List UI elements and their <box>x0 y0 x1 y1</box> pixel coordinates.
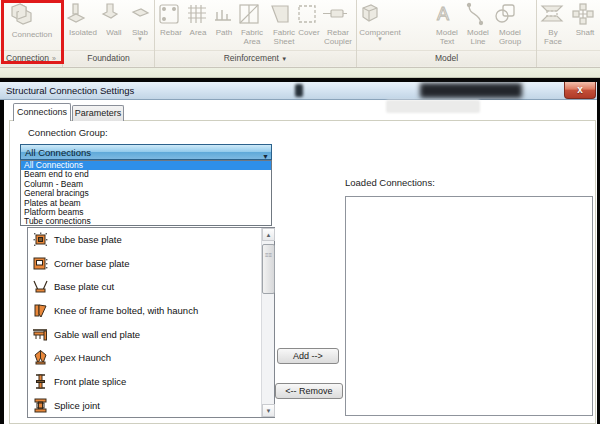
scroll-down-icon[interactable]: ▼ <box>262 404 275 417</box>
dropdown-option[interactable]: Beam end to end <box>21 170 271 179</box>
slab-dropdown-icon[interactable]: ▼ <box>127 37 153 42</box>
dropdown-option[interactable]: All Connections <box>21 161 271 170</box>
ribbon-panel-opening: By Face Shaft <box>537 0 600 67</box>
panel-label-foundation[interactable]: Foundation <box>63 50 154 66</box>
loaded-connections-label: Loaded Connections: <box>345 177 435 188</box>
list-item[interactable]: Apex Haunch <box>28 346 274 370</box>
dropdown-option[interactable]: Plates at beam <box>21 199 271 208</box>
isolated-foundation-icon <box>65 2 101 26</box>
dialog-body: Connections Parameters Connection Group:… <box>4 100 597 424</box>
scrollbar-thumb[interactable]: ≡≡ <box>262 244 275 294</box>
panel-label-model[interactable]: Model <box>357 50 536 66</box>
splice-joint-icon <box>32 397 49 414</box>
dialog-title: Structural Connection Settings <box>6 85 134 96</box>
tube-base-plate-icon <box>32 231 49 248</box>
list-item[interactable]: Splice joint <box>28 394 274 418</box>
ribbon-panel-connection: Connection Connection» <box>0 0 63 67</box>
by-face-button[interactable]: By Face <box>539 2 567 46</box>
ribbon: Connection Connection» Isolated Wa <box>0 0 600 68</box>
connection-button[interactable]: Connection <box>4 2 60 39</box>
connection-group-dropdown: All Connections Beam end to end Column -… <box>20 160 272 226</box>
component-icon <box>357 2 403 26</box>
connection-group-combobox[interactable]: All Connections ▼ <box>20 144 272 160</box>
svg-text:A: A <box>437 4 449 24</box>
dropdown-option[interactable]: Platform beams <box>21 208 271 217</box>
ribbon-panel-reinforcement: Rebar Area Path <box>155 0 357 67</box>
slab-icon <box>127 2 153 26</box>
ribbon-panel-foundation: Isolated Wall Slab ▼ Foundation <box>63 0 155 67</box>
model-text-button[interactable]: A Model Text <box>431 2 463 46</box>
list-item[interactable]: Base plate cut <box>28 275 274 299</box>
path-icon <box>211 2 237 26</box>
dropdown-option[interactable]: Tube connections <box>21 217 271 226</box>
wall-foundation-icon <box>101 2 127 26</box>
fabric-area-button[interactable]: Fabric Area <box>237 2 267 46</box>
model-line-icon <box>463 2 493 26</box>
wall-foundation-button[interactable]: Wall <box>101 2 127 37</box>
loaded-connections-list[interactable] <box>345 196 593 416</box>
panel-dropdown-icon[interactable]: ▼ <box>281 56 287 62</box>
remove-button[interactable]: <-- Remove <box>275 383 343 399</box>
redacted-smudge <box>295 84 303 97</box>
rebar-coupler-icon <box>321 2 355 26</box>
ribbon-understrip <box>0 68 600 78</box>
dropdown-option[interactable]: Column - Beam <box>21 180 271 189</box>
combobox-value: All Connections <box>25 147 91 158</box>
front-plate-splice-icon <box>32 373 49 390</box>
panel-launcher-icon[interactable]: » <box>52 55 56 62</box>
tab-parameters[interactable]: Parameters <box>72 105 124 121</box>
isolated-button[interactable]: Isolated <box>65 2 101 37</box>
add-button[interactable]: Add --> <box>277 348 339 364</box>
dropdown-option[interactable]: General bracings <box>21 189 271 198</box>
tab-connections[interactable]: Connections <box>13 103 71 121</box>
cover-button[interactable]: Cover <box>295 2 323 37</box>
connection-group-label: Connection Group: <box>28 127 108 138</box>
screenshot-root: Connection Connection» Isolated Wa <box>0 0 600 424</box>
rebar-coupler-button[interactable]: Rebar Coupler <box>321 2 355 46</box>
knee-of-frame-icon <box>32 302 49 319</box>
scroll-up-icon[interactable]: ▲ <box>262 228 275 241</box>
list-item[interactable]: Tube base plate <box>28 228 274 252</box>
component-button[interactable]: Component ▼ <box>357 2 403 42</box>
fabric-area-icon <box>237 2 267 26</box>
shaft-icon <box>571 2 599 26</box>
model-group-button[interactable]: Model Group <box>493 2 527 46</box>
model-text-icon: A <box>431 2 463 26</box>
cover-icon <box>295 2 323 26</box>
rebar-icon <box>157 2 185 26</box>
panel-label-connection[interactable]: Connection» <box>0 50 62 66</box>
redacted-smudge <box>420 83 522 98</box>
component-dropdown-icon[interactable]: ▼ <box>357 37 403 42</box>
base-plate-cut-icon <box>32 278 49 295</box>
redacted-smudge <box>386 100 480 113</box>
connection-icon <box>4 2 60 28</box>
model-line-button[interactable]: Model Line <box>463 2 493 46</box>
list-item[interactable]: Front plate splice <box>28 370 274 394</box>
corner-base-plate-icon <box>32 255 49 272</box>
gable-wall-end-plate-icon <box>32 326 49 343</box>
path-reinforcement-button[interactable]: Path <box>211 2 237 37</box>
scrollbar[interactable]: ▲ ≡≡ ▼ <box>261 228 274 417</box>
scrollbar-grip-icon: ≡≡ <box>265 253 273 257</box>
close-button[interactable]: x <box>564 82 596 99</box>
rebar-button[interactable]: Rebar <box>157 2 185 37</box>
model-group-icon <box>493 2 527 26</box>
panel-label-reinforcement[interactable]: Reinforcement ▼ <box>155 50 356 66</box>
connection-button-label: Connection <box>12 30 52 39</box>
panel-label-opening <box>537 50 600 66</box>
available-connections-list: Tube base plate Corner base plate Base p… <box>27 227 275 418</box>
list-item[interactable]: Knee of frame bolted, with haunch <box>28 299 274 323</box>
by-face-icon <box>539 2 567 26</box>
apex-haunch-icon <box>32 349 49 366</box>
list-item[interactable]: Corner base plate <box>28 252 274 276</box>
list-item[interactable]: Gable wall end plate <box>28 323 274 347</box>
slab-button[interactable]: Slab ▼ <box>127 2 153 42</box>
area-grid-icon <box>185 2 211 26</box>
dialog-titlebar[interactable]: Structural Connection Settings x <box>0 82 597 100</box>
area-reinforcement-button[interactable]: Area <box>185 2 211 37</box>
shaft-button[interactable]: Shaft <box>571 2 599 37</box>
ribbon-panel-model: Component ▼ A Model Text Model Line <box>357 0 537 67</box>
